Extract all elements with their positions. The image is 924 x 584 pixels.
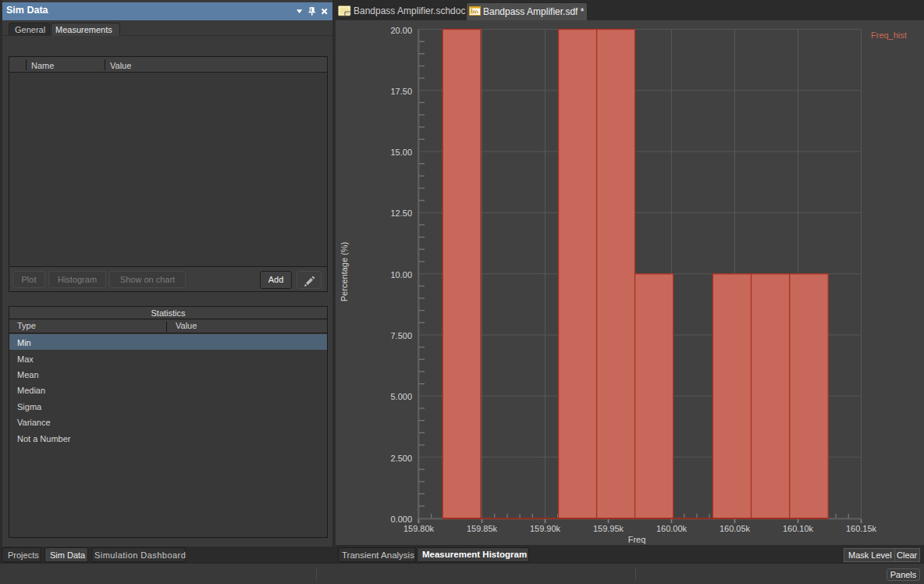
svg-text:10.00: 10.00 [390,270,412,280]
svg-text:0.000: 0.000 [390,515,412,524]
svg-text:15.00: 15.00 [390,148,412,157]
svg-text:159.90k: 159.90k [530,524,561,533]
svg-text:159.85k: 159.85k [467,524,498,533]
svg-text:159.80k: 159.80k [403,524,435,533]
svg-text:159.95k: 159.95k [593,524,624,533]
svg-text:Freq: Freq [628,535,646,544]
svg-text:2.500: 2.500 [390,454,412,463]
svg-text:Freq_hist: Freq_hist [871,30,907,40]
svg-text:7.500: 7.500 [390,331,412,340]
svg-text:160.15k: 160.15k [846,524,877,533]
svg-text:160.05k: 160.05k [720,524,751,533]
svg-text:160.00k: 160.00k [656,524,688,533]
svg-text:160.10k: 160.10k [783,524,814,533]
svg-text:20.00: 20.00 [390,26,412,35]
svg-text:12.50: 12.50 [390,208,412,218]
svg-text:17.50: 17.50 [390,87,412,96]
svg-text:Percentage (%): Percentage (%) [339,242,349,301]
svg-text:5.000: 5.000 [390,392,412,401]
